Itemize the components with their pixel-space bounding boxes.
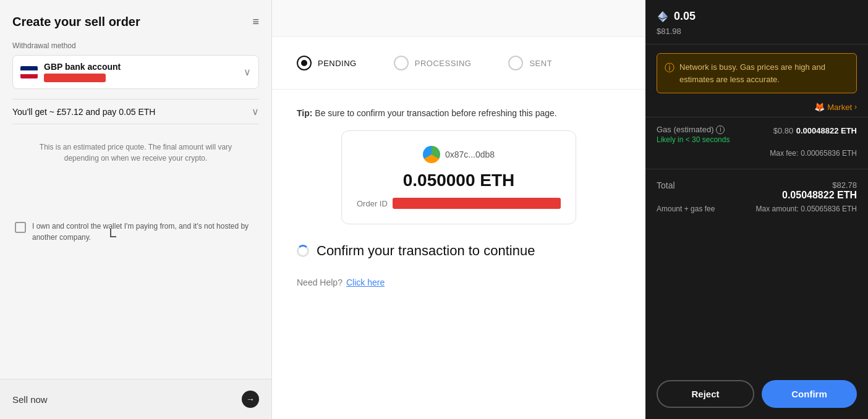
order-id-label: Order ID [357, 199, 388, 208]
step-pending: PENDING [297, 56, 357, 70]
step-processing-label: PROCESSING [415, 59, 472, 68]
step-sent-circle [508, 56, 523, 70]
wallet-address: 0x87c...0db8 [445, 150, 495, 159]
mm-total-right: $82.78 0.05048822 ETH [782, 180, 857, 201]
ownership-checkbox-row: I own and control the wallet I'm paying … [12, 221, 259, 243]
top-bar [272, 0, 645, 37]
mm-maxfee-row: Max fee: 0.00065836 ETH [657, 149, 857, 158]
need-help-label: Need Help? [297, 277, 343, 287]
mm-gas-row: Gas (estimated) i Likely in < 30 seconds… [657, 125, 857, 144]
confirm-button[interactable]: Confirm [762, 380, 857, 408]
bank-account-name: GBP bank account [44, 62, 121, 72]
market-chevron-icon: › [854, 103, 857, 111]
mm-gas-right: $0.80 0.00048822 ETH [773, 125, 857, 136]
mm-total-eth: 0.05048822 ETH [782, 190, 857, 201]
bank-account-number-redacted [44, 74, 106, 82]
market-icon: 🦊 [814, 102, 825, 112]
gas-info-icon[interactable]: i [716, 125, 725, 134]
confirm-transaction-text: Confirm your transaction to continue [317, 243, 535, 259]
svg-marker-0 [663, 11, 668, 19]
step-pending-label: PENDING [318, 59, 357, 68]
mm-max-amount-label: Max amount: [756, 205, 799, 213]
step-processing-circle [394, 56, 409, 70]
chevron-down-icon: ∨ [244, 66, 251, 78]
tip-text: Tip: Be sure to confirm your transaction… [272, 108, 645, 118]
mm-likely-text: Likely in < 30 seconds [657, 135, 730, 144]
transaction-card: 0x87c...0db8 0.050000 ETH Order ID [341, 130, 576, 224]
mm-gas-section: Gas (estimated) i Likely in < 30 seconds… [645, 117, 868, 164]
step-pending-circle [297, 56, 312, 70]
page-title: Create your sell order [12, 15, 140, 29]
mm-maxfee-val: 0.00065836 ETH [801, 149, 857, 158]
mm-maxfee-label: Max fee: [770, 149, 798, 158]
divider [272, 89, 645, 90]
mm-max-amount-row: Max amount: 0.05065836 ETH [756, 205, 857, 213]
tip-body: Be sure to confirm your transaction befo… [315, 108, 556, 118]
you-get-text: You'll get ~ £57.12 and pay 0.05 ETH [12, 107, 155, 117]
mm-eth-row: 0.05 [657, 10, 857, 23]
order-id-row: Order ID [357, 198, 561, 209]
warning-icon: ⓘ [665, 62, 674, 75]
mm-gas-label: Gas (estimated) i [657, 125, 730, 134]
loading-spinner [297, 245, 309, 257]
sell-now-button[interactable]: Sell now → [0, 379, 271, 419]
mm-action-buttons: Reject Confirm [645, 370, 868, 419]
chevron-down-icon-2: ∨ [252, 106, 259, 117]
svg-marker-1 [658, 11, 663, 19]
market-label: Market [827, 103, 852, 112]
metamask-popup: 0.05 $81.98 ⓘ Network is busy. Gas price… [645, 0, 868, 419]
ownership-checkbox[interactable] [15, 222, 26, 233]
panel-header: Create your sell order ≡ [12, 15, 259, 29]
eth-amount: 0.050000 ETH [357, 171, 561, 190]
arrow-right-icon: → [242, 391, 259, 408]
hamburger-icon[interactable]: ≡ [252, 15, 259, 28]
mm-total-section: Total $82.78 0.05048822 ETH [645, 174, 868, 201]
tip-bold: Tip: [297, 108, 312, 118]
uk-flag-icon [20, 66, 38, 78]
need-help-row: Need Help? Click here [272, 265, 645, 300]
mm-maxamt-row: Amount + gas fee Max amount: 0.05065836 … [645, 205, 868, 213]
mm-warning-banner: ⓘ Network is busy. Gas prices are high a… [657, 53, 857, 93]
you-get-row: You'll get ~ £57.12 and pay 0.05 ETH ∨ [12, 99, 259, 124]
mm-amount-gas-label: Amount + gas fee [657, 205, 715, 213]
step-sent: SENT [508, 56, 552, 70]
reject-button[interactable]: Reject [657, 380, 754, 408]
mm-gas-eth: 0.00048822 ETH [796, 126, 857, 135]
progress-steps: PENDING PROCESSING SENT [272, 56, 645, 70]
order-id-value-redacted [393, 198, 561, 209]
confirm-transaction-row: Confirm your transaction to continue [272, 224, 645, 259]
bank-account-info: GBP bank account [44, 62, 121, 82]
click-here-link[interactable]: Click here [346, 277, 385, 287]
eth-logo-icon [657, 11, 669, 23]
mm-eth-amount: 0.05 [674, 10, 696, 23]
mm-market-row[interactable]: 🦊 Market › [645, 102, 868, 117]
bank-account-selector[interactable]: GBP bank account ∨ [12, 55, 259, 89]
step-sent-label: SENT [529, 59, 552, 68]
step-pending-dot [301, 60, 307, 66]
transaction-status-panel: PENDING PROCESSING SENT Tip: Be sure to … [272, 0, 645, 419]
mm-total-usd: $82.78 [782, 180, 857, 190]
mm-eth-usd: $81.98 [657, 27, 681, 36]
cursor-indicator [110, 229, 116, 237]
mm-gas-left: Gas (estimated) i Likely in < 30 seconds [657, 125, 730, 144]
sell-now-label: Sell now [12, 394, 48, 405]
step-processing: PROCESSING [394, 56, 472, 70]
bank-account-left: GBP bank account [20, 62, 121, 82]
ownership-checkbox-label: I own and control the wallet I'm paying … [32, 221, 257, 243]
mm-warning-text: Network is busy. Gas prices are high and… [679, 61, 849, 85]
sell-order-panel: Create your sell order ≡ Withdrawal meth… [0, 0, 272, 419]
mm-total-row: Total $82.78 0.05048822 ETH [657, 180, 857, 201]
mm-max-amount-val: 0.05065836 ETH [801, 205, 857, 213]
mm-total-label: Total [657, 180, 675, 190]
mm-header: 0.05 $81.98 [645, 0, 868, 44]
wallet-icon-row: 0x87c...0db8 [357, 146, 561, 163]
withdrawal-label: Withdrawal method [12, 41, 259, 50]
mm-gas-usd: $0.80 [773, 126, 794, 135]
mm-divider [645, 169, 868, 169]
estimated-note: This is an estimated price quote. The fi… [12, 134, 259, 171]
wallet-pie-icon [423, 146, 440, 163]
